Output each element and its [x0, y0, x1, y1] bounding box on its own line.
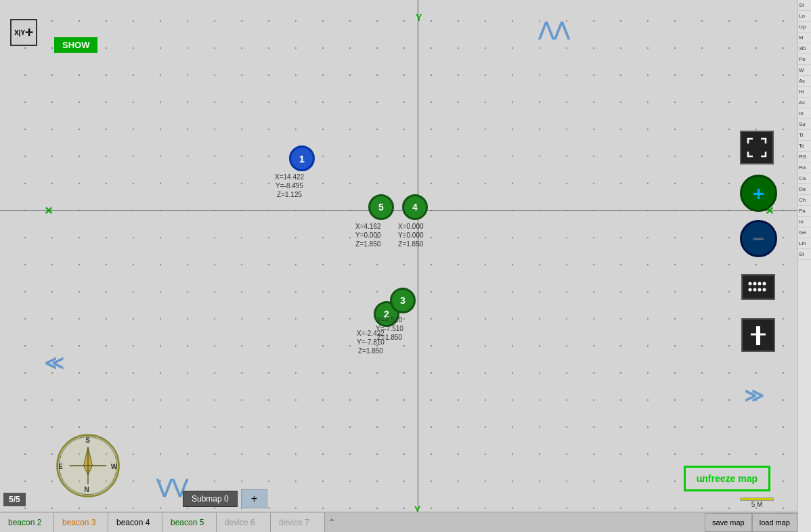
svg-point-6	[758, 288, 761, 291]
plus-icon: +	[753, 183, 765, 204]
sidebar-item-lo[interactable]: Lo	[798, 11, 811, 22]
tab-beacon5[interactable]: beacon 5	[162, 513, 217, 532]
svg-point-5	[753, 288, 756, 291]
sidebar-item-ch[interactable]: Ch	[798, 195, 811, 206]
beacon-5-coords: X=4.162Y=0.000Z=1.850	[355, 222, 381, 248]
axis-vertical	[418, 0, 418, 532]
sidebar-item-lin[interactable]: Lin	[798, 238, 811, 249]
zoom-in-button[interactable]: +	[740, 175, 777, 212]
compass: S E W N	[54, 432, 122, 500]
beacon-4[interactable]: 4	[402, 194, 428, 220]
sidebar-item-ge[interactable]: Ge	[798, 227, 811, 238]
beacon-5[interactable]: 5	[368, 194, 394, 220]
map-area[interactable]: Y Y ✕ ✕ ⋀⋀ ≪ ⋁⋁ ≫ X|Y ✛ SHOW 1 X=14.422Y…	[0, 0, 797, 532]
dots-button[interactable]	[741, 274, 775, 300]
sidebar-item-po[interactable]: Po	[798, 54, 811, 65]
bottom-tabs: beacon 2 beacon 3 beacon 4 beacon 5 devi…	[0, 512, 797, 532]
fullscreen-icon	[747, 137, 767, 158]
arrow-up-icon	[748, 325, 768, 345]
svg-text:N: N	[85, 486, 89, 493]
submap-add-button[interactable]: +	[241, 489, 267, 508]
unfreeze-map-button[interactable]: unfreeze map	[684, 466, 770, 491]
svg-point-7	[762, 288, 766, 291]
sidebar-item-st[interactable]: St	[798, 0, 811, 11]
xy-indicator: X|Y ✛	[10, 19, 37, 46]
tab-beacon4[interactable]: beacon 4	[108, 513, 162, 532]
nav-arrow-right[interactable]: ≫	[744, 384, 764, 407]
move-up-button[interactable]	[741, 318, 775, 352]
beacon-1-label: 1	[299, 153, 305, 164]
sidebar-item-de[interactable]: De	[798, 184, 811, 195]
svg-point-4	[748, 288, 751, 291]
sidebar-item-in[interactable]: In	[798, 108, 811, 119]
sidebar-item-ac2[interactable]: Ac	[798, 97, 811, 108]
counter-badge: 5/5	[3, 493, 26, 506]
sidebar-item-up[interactable]: Up	[798, 22, 811, 32]
x-axis-left-label: ✕	[44, 204, 53, 217]
tab-device7[interactable]: device 7	[271, 513, 325, 532]
show-button[interactable]: SHOW	[54, 37, 97, 53]
sidebar-item-3d[interactable]: 3D	[798, 43, 811, 54]
svg-point-3	[762, 282, 766, 285]
load-map-button[interactable]: load map	[752, 513, 797, 532]
svg-text:E: E	[58, 463, 63, 470]
beacon-3-coords: X=2.510Y=-7.510Z=1.850	[376, 315, 403, 342]
sidebar-item-w[interactable]: W	[798, 65, 811, 76]
sidebar-item-ca[interactable]: Ca	[798, 173, 811, 184]
zoom-out-button[interactable]: −	[740, 220, 777, 257]
beacon-5-label: 5	[378, 202, 384, 213]
beacon-3-label: 3	[400, 295, 406, 306]
svg-point-0	[748, 282, 751, 285]
sidebar-item-m[interactable]: M	[798, 32, 811, 43]
sidebar-item-st2[interactable]: St	[798, 249, 811, 260]
tab-device6[interactable]: device 6	[217, 513, 271, 532]
nav-arrow-up[interactable]: ⋀⋀	[538, 20, 569, 39]
sidebar-item-ac1[interactable]: Ac	[798, 76, 811, 87]
y-axis-top-label: Y	[416, 12, 422, 23]
svg-point-1	[753, 282, 756, 285]
scale-indicator: 5 M	[740, 497, 774, 508]
beacon-3[interactable]: 3	[390, 288, 416, 313]
svg-text:W: W	[111, 463, 118, 470]
right-sidebar: St Lo Up M 3D Po W Ac Hi Ac In Su Ti Te …	[797, 0, 811, 532]
svg-text:S: S	[85, 437, 90, 444]
save-map-button[interactable]: save map	[705, 513, 752, 532]
beacon-4-coords: X=0.000Y=0.000Z=1.850	[398, 222, 424, 248]
scale-text: 5 M	[751, 501, 763, 508]
sidebar-item-te[interactable]: Te	[798, 141, 811, 152]
beacon-4-label: 4	[412, 202, 418, 213]
submap-button[interactable]: Submap 0	[183, 491, 238, 507]
sidebar-item-hi[interactable]: Hi	[798, 87, 811, 97]
svg-rect-8	[756, 326, 760, 345]
sidebar-item-in2[interactable]: In	[798, 217, 811, 227]
bottom-right-buttons: save map load map	[705, 512, 797, 533]
axis-horizontal	[0, 210, 797, 211]
minus-icon: −	[753, 229, 765, 249]
tab-beacon2[interactable]: beacon 2	[0, 513, 54, 532]
sidebar-item-ra[interactable]: Ra	[798, 162, 811, 173]
svg-point-2	[758, 282, 761, 285]
tab-beacon3[interactable]: beacon 3	[54, 513, 108, 532]
expand-tabs-button[interactable]: ⌃	[328, 517, 336, 528]
submap-area: Submap 0 +	[183, 489, 267, 508]
dots-icon	[747, 279, 770, 296]
nav-arrow-left[interactable]: ≪	[44, 352, 64, 374]
sidebar-item-rs[interactable]: RS	[798, 152, 811, 162]
beacon-1[interactable]: 1	[289, 146, 315, 171]
fullscreen-button[interactable]	[740, 131, 774, 164]
sidebar-item-pa[interactable]: Pa	[798, 206, 811, 217]
beacon-1-coords: X=14.422Y=-8.495Z=1.125	[275, 173, 304, 199]
sidebar-item-ti[interactable]: Ti	[798, 130, 811, 141]
sidebar-item-su[interactable]: Su	[798, 119, 811, 130]
